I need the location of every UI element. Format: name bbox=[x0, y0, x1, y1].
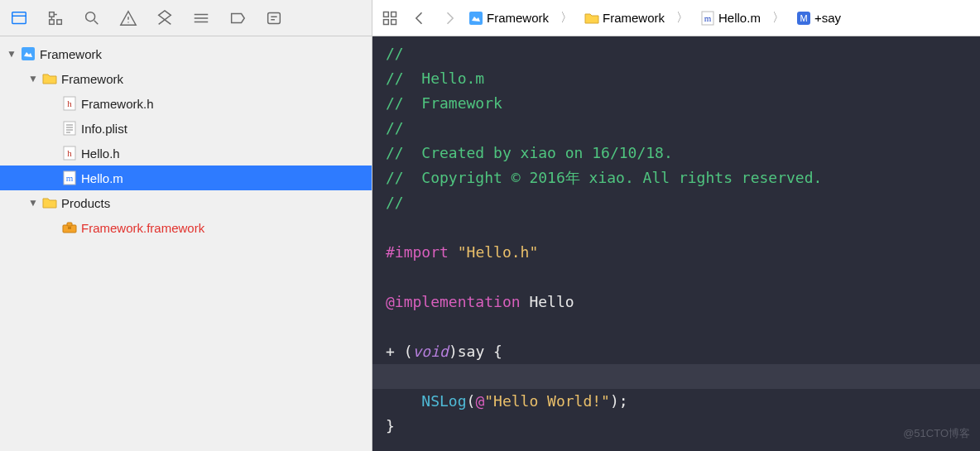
code-current-line bbox=[372, 364, 980, 389]
tree-label: Info.plist bbox=[81, 122, 127, 136]
test-navigator-icon[interactable] bbox=[156, 9, 174, 27]
svg-rect-20 bbox=[392, 19, 396, 24]
log-navigator-icon[interactable] bbox=[265, 9, 283, 27]
code-line: // Hello.m bbox=[386, 70, 484, 87]
tree-label: Framework bbox=[61, 72, 123, 86]
tree-label: Framework bbox=[40, 47, 102, 61]
svg-text:m: m bbox=[704, 13, 712, 23]
project-icon bbox=[468, 11, 483, 26]
code-line bbox=[386, 218, 395, 236]
tree-label: Framework.framework bbox=[81, 221, 204, 235]
chevron-right-icon: 〉 bbox=[772, 10, 785, 26]
implementation-file-icon: m bbox=[61, 170, 78, 186]
tree-file-info-plist[interactable]: Info.plist bbox=[0, 116, 372, 141]
method-symbol-icon: M bbox=[796, 11, 811, 26]
file-navigator-icon[interactable] bbox=[10, 9, 28, 27]
svg-rect-15 bbox=[67, 223, 72, 226]
tree-group-products[interactable]: ▼ Products bbox=[0, 190, 372, 215]
related-items-icon[interactable] bbox=[379, 7, 401, 29]
code-line: // Framework bbox=[386, 94, 502, 112]
code-line bbox=[386, 268, 395, 285]
nav-back-icon[interactable] bbox=[409, 7, 430, 29]
symbol-navigator-icon[interactable] bbox=[46, 9, 65, 27]
disclosure-triangle-icon[interactable]: ▼ bbox=[7, 48, 17, 60]
project-icon bbox=[20, 46, 36, 62]
navigator-toolbar bbox=[0, 0, 372, 36]
svg-rect-9 bbox=[64, 122, 75, 135]
svg-rect-1 bbox=[50, 12, 54, 17]
svg-text:M: M bbox=[800, 13, 807, 23]
code-editor[interactable]: // // Hello.m // Framework // // Created… bbox=[372, 36, 980, 451]
folder-icon bbox=[41, 70, 58, 87]
editor-pane: Framework 〉 Framework 〉 m Hello.m 〉 M +s… bbox=[372, 0, 980, 451]
tree-label: Hello.h bbox=[81, 146, 120, 161]
svg-rect-18 bbox=[392, 12, 396, 17]
search-icon[interactable] bbox=[83, 9, 101, 27]
breadcrumb-folder[interactable]: Framework bbox=[584, 11, 665, 26]
code-line: // bbox=[386, 45, 404, 62]
code-line: // Copyright © 2016年 xiao. All rights re… bbox=[386, 169, 822, 186]
tree-label: Products bbox=[61, 196, 110, 210]
debug-navigator-icon[interactable] bbox=[192, 9, 210, 27]
svg-rect-3 bbox=[50, 19, 54, 24]
code-line bbox=[386, 318, 395, 335]
header-file-icon: h bbox=[61, 95, 78, 112]
code-line: @implementation Hello bbox=[386, 293, 574, 310]
svg-text:m: m bbox=[66, 173, 74, 183]
code-line: #import "Hello.h" bbox=[386, 243, 538, 261]
svg-rect-2 bbox=[57, 19, 62, 24]
svg-rect-17 bbox=[384, 12, 389, 17]
file-tree: ▼ Framework ▼ Framework h Framework.h In… bbox=[0, 36, 372, 451]
navigator-sidebar: ▼ Framework ▼ Framework h Framework.h In… bbox=[0, 0, 372, 451]
editor-toolbar: Framework 〉 Framework 〉 m Hello.m 〉 M +s… bbox=[372, 0, 980, 36]
chevron-right-icon: 〉 bbox=[676, 10, 689, 26]
breadcrumb-label: +say bbox=[814, 11, 841, 25]
tree-file-hello-m[interactable]: m Hello.m bbox=[0, 166, 372, 190]
breadcrumb-label: Hello.m bbox=[718, 11, 761, 25]
tree-root-framework[interactable]: ▼ Framework bbox=[0, 41, 372, 66]
implementation-file-icon: m bbox=[700, 11, 715, 26]
tree-group-framework[interactable]: ▼ Framework bbox=[0, 66, 372, 91]
tree-label: Framework.h bbox=[81, 97, 154, 111]
header-file-icon: h bbox=[61, 145, 78, 161]
breadcrumb-label: Framework bbox=[487, 11, 549, 25]
code-line: + (void)say { bbox=[386, 343, 502, 360]
svg-text:h: h bbox=[67, 98, 72, 108]
breadcrumb-symbol[interactable]: M +say bbox=[796, 11, 841, 26]
svg-text:h: h bbox=[67, 148, 72, 158]
code-line: // bbox=[386, 119, 404, 137]
code-line: // Created by xiao on 16/10/18. bbox=[386, 144, 673, 161]
framework-product-icon bbox=[61, 219, 78, 236]
breakpoint-navigator-icon[interactable] bbox=[228, 9, 247, 27]
svg-rect-19 bbox=[384, 19, 389, 24]
breadcrumb-project[interactable]: Framework bbox=[468, 11, 549, 26]
plist-file-icon bbox=[61, 120, 78, 137]
watermark-text: @51CTO博客 bbox=[903, 421, 970, 446]
breadcrumb-label: Framework bbox=[603, 11, 665, 25]
tree-label: Hello.m bbox=[81, 171, 123, 185]
breadcrumb-file[interactable]: m Hello.m bbox=[700, 11, 761, 26]
chevron-right-icon: 〉 bbox=[560, 10, 573, 26]
svg-rect-16 bbox=[68, 227, 71, 229]
folder-icon bbox=[41, 194, 58, 211]
tree-product-framework[interactable]: Framework.framework bbox=[0, 215, 372, 240]
folder-icon bbox=[584, 11, 599, 26]
code-line bbox=[386, 442, 395, 451]
svg-point-4 bbox=[86, 12, 95, 21]
svg-rect-5 bbox=[268, 12, 281, 23]
disclosure-triangle-icon[interactable]: ▼ bbox=[28, 73, 38, 84]
code-line: } bbox=[386, 417, 395, 434]
svg-rect-0 bbox=[12, 12, 26, 23]
code-line: // bbox=[386, 194, 404, 211]
disclosure-triangle-icon[interactable]: ▼ bbox=[28, 197, 38, 209]
issue-navigator-icon[interactable] bbox=[119, 9, 137, 27]
tree-file-hello-h[interactable]: h Hello.h bbox=[0, 141, 372, 166]
tree-file-framework-h[interactable]: h Framework.h bbox=[0, 91, 372, 116]
nav-forward-icon[interactable] bbox=[439, 7, 460, 29]
code-line: NSLog(@"Hello World!"); bbox=[386, 392, 628, 410]
